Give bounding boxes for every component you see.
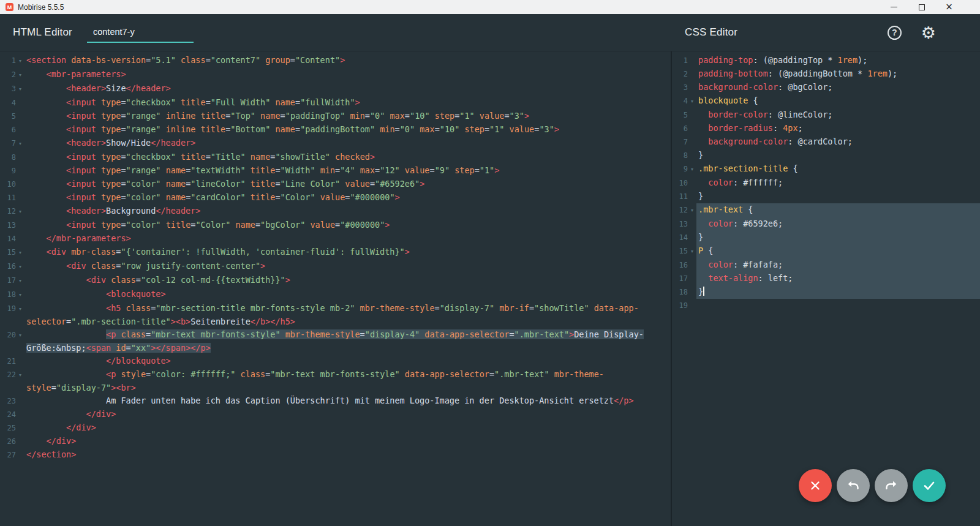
code-text: </div>	[24, 435, 671, 448]
line-number: 10	[0, 178, 16, 191]
code-line: 14}	[672, 231, 980, 244]
line-number: 13	[672, 217, 688, 231]
line-number: 14	[0, 232, 16, 246]
line-number: 1	[0, 54, 16, 68]
code-text: <header>Size</header>	[24, 82, 671, 96]
code-text: <p class="mbr-text mbr-fonts-style" mbr-…	[24, 328, 671, 355]
code-text: text-align: left;	[696, 272, 980, 285]
code-line: 4▾blockquote {	[672, 94, 980, 108]
line-number: 17	[672, 272, 688, 285]
line-number: 21	[0, 355, 16, 368]
fold-arrow-icon[interactable]: ▾	[16, 288, 24, 302]
fold-arrow-icon[interactable]: ▾	[16, 274, 24, 288]
discard-button[interactable]	[799, 469, 832, 502]
code-text: </div>	[24, 421, 671, 435]
fold-spacer	[688, 149, 696, 162]
code-line: 1▾<section data-bs-version="5.1" class="…	[0, 54, 671, 68]
mobirise-logo-icon: M	[6, 3, 13, 11]
gutter: 6	[672, 122, 696, 135]
html-editor-pane[interactable]: 1▾<section data-bs-version="5.1" class="…	[0, 51, 672, 526]
fold-arrow-icon[interactable]: ▾	[688, 162, 696, 176]
window-title: Mobirise 5.5.5	[18, 3, 64, 12]
undo-button[interactable]	[837, 469, 870, 502]
code-line: 3background-color: @bgColor;	[672, 81, 980, 94]
code-text: <div mbr-class="{'container': !fullWidth…	[24, 246, 671, 260]
titlebar[interactable]: M Mobirise 5.5.5 ×	[0, 0, 980, 14]
fold-arrow-icon[interactable]: ▾	[16, 205, 24, 219]
code-line: 11}	[672, 190, 980, 203]
line-number: 5	[0, 110, 16, 123]
fold-arrow-icon[interactable]: ▾	[688, 244, 696, 258]
gutter: 22▾	[0, 368, 24, 394]
line-number: 7	[0, 137, 16, 151]
code-text: <div class="row justify-content-center">	[24, 260, 671, 274]
fold-arrow-icon[interactable]: ▾	[16, 246, 24, 260]
close-button[interactable]: ×	[935, 0, 963, 14]
code-line: 3▾ <header>Size</header>	[0, 82, 671, 96]
code-text: </section>	[24, 448, 671, 462]
gutter: 16	[672, 258, 696, 272]
tab-content7-y[interactable]: content7-y	[87, 22, 194, 43]
code-text: <section data-bs-version="5.1" class="co…	[24, 54, 671, 68]
fold-spacer	[16, 435, 24, 448]
redo-button[interactable]	[875, 469, 908, 502]
gutter: 10	[672, 176, 696, 190]
fold-spacer	[16, 394, 24, 408]
x-icon	[809, 479, 822, 492]
gutter: 9	[0, 164, 24, 178]
fold-spacer	[16, 421, 24, 435]
fold-spacer	[16, 448, 24, 462]
maximize-button[interactable]	[908, 0, 935, 14]
fold-arrow-icon[interactable]: ▾	[16, 302, 24, 328]
editors-container: 1▾<section data-bs-version="5.1" class="…	[0, 51, 980, 526]
code-line: 17▾ <div class="col-12 col-md-{{textWidt…	[0, 274, 671, 288]
code-text: <input type="color" name="lineColor" tit…	[24, 178, 671, 191]
gutter: 11	[672, 190, 696, 203]
fold-arrow-icon[interactable]: ▾	[688, 203, 696, 217]
code-line: 20▾ <p class="mbr-text mbr-fonts-style" …	[0, 328, 671, 355]
fold-arrow-icon[interactable]: ▾	[688, 94, 696, 108]
gear-glyph: ⚙	[921, 23, 936, 42]
line-number: 6	[0, 123, 16, 137]
code-line: 17 text-align: left;	[672, 272, 980, 285]
code-text: color: #6592e6;	[696, 217, 980, 231]
fold-spacer	[16, 219, 24, 232]
gutter: 20▾	[0, 328, 24, 355]
settings-gear-icon[interactable]: ⚙	[921, 24, 936, 41]
code-line: 6 border-radius: 4px;	[672, 122, 980, 135]
fold-arrow-icon[interactable]: ▾	[16, 328, 24, 355]
gutter: 3▾	[0, 82, 24, 96]
line-number: 20	[0, 328, 16, 355]
gutter: 4	[0, 96, 24, 110]
gutter: 7	[672, 135, 696, 149]
fold-arrow-icon[interactable]: ▾	[16, 368, 24, 394]
selection-highlight: <p class="mbr-text mbr-fonts-style" mbr-…	[26, 329, 644, 353]
line-number: 15	[0, 246, 16, 260]
code-line: 23 Am Fader unten habe ich das Caption (…	[0, 394, 671, 408]
code-text: border-radius: 4px;	[696, 122, 980, 135]
code-line: 16▾ <div class="row justify-content-cent…	[0, 260, 671, 274]
fold-spacer	[688, 272, 696, 285]
minimize-icon	[891, 7, 897, 7]
fold-arrow-icon[interactable]: ▾	[16, 137, 24, 151]
gutter: 12▾	[0, 205, 24, 219]
code-text: Am Fader unten habe ich das Caption (Übe…	[24, 394, 671, 408]
code-line: 8 <input type="checkbox" title="Title" n…	[0, 151, 671, 164]
gutter: 18▾	[0, 288, 24, 302]
fold-arrow-icon[interactable]: ▾	[16, 82, 24, 96]
apply-button[interactable]	[913, 469, 946, 502]
gutter: 19▾	[0, 302, 24, 328]
fold-spacer	[688, 190, 696, 203]
fold-spacer	[688, 258, 696, 272]
code-text: <input type="checkbox" title="Full Width…	[24, 96, 671, 110]
fold-arrow-icon[interactable]: ▾	[16, 68, 24, 82]
minimize-button[interactable]	[880, 0, 908, 14]
line-number: 26	[0, 435, 16, 448]
css-editor-pane[interactable]: 1padding-top: (@paddingTop * 1rem);2padd…	[672, 51, 980, 526]
fold-arrow-icon[interactable]: ▾	[16, 260, 24, 274]
code-text: </blockquote>	[24, 355, 671, 368]
line-number: 16	[0, 260, 16, 274]
help-icon[interactable]: ?	[888, 26, 902, 40]
code-line: 1padding-top: (@paddingTop * 1rem);	[672, 54, 980, 67]
fold-arrow-icon[interactable]: ▾	[16, 54, 24, 68]
